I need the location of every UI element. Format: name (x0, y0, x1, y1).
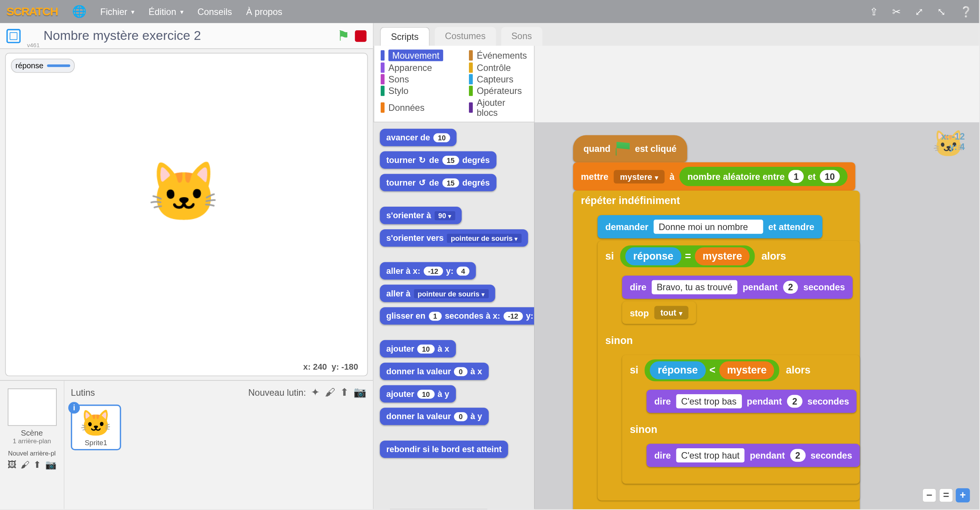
zoom-controls: − = + (922, 488, 970, 502)
editor-tabs: Scripts Costumes Sons (373, 23, 979, 46)
scissors-icon[interactable]: ✂ (892, 5, 901, 18)
reporter-random[interactable]: nombre aléatoire entre1et10 (680, 167, 848, 186)
sprite-upload-icon[interactable]: ⬆ (340, 386, 349, 398)
sprite-thumbnail-sprite1[interactable]: i 🐱 Sprite1 (71, 405, 121, 450)
green-flag-icon (616, 142, 630, 156)
block-if-else-eq[interactable]: si réponse = mystere alors (598, 241, 860, 500)
palette-block-point-towards[interactable]: s'orienter verspointeur de souris (380, 229, 528, 247)
palette-block-change-y[interactable]: ajouter10à y (380, 385, 456, 403)
cat-sensing[interactable]: Capteurs (477, 74, 513, 84)
block-say-low[interactable]: direC'est trop baspendant2secondes (647, 390, 857, 413)
stage-thumbnail[interactable] (7, 388, 56, 426)
palette-block-point-dir[interactable]: s'orienter à90 (380, 207, 462, 224)
block-set-variable[interactable]: mettremystereà nombre aléatoire entre1et… (573, 162, 855, 191)
cat-motion[interactable]: Mouvement (388, 49, 443, 61)
block-when-flag-clicked[interactable]: quandest cliqué (573, 135, 687, 163)
cat-operators[interactable]: Opérateurs (477, 86, 522, 96)
help-icon[interactable]: ❔ (960, 5, 973, 18)
shrink-icon[interactable]: ⤡ (937, 5, 945, 18)
palette-block-set-x[interactable]: donner la valeur0à x (380, 363, 488, 380)
palette-block-change-x[interactable]: ajouter10à x (380, 340, 456, 357)
project-title: Nombre mystère exercice 2 (43, 28, 337, 43)
block-category-selector: Mouvement Événements Apparence Contrôle … (373, 46, 534, 122)
stage-coords: x: 240 y: -180 (303, 362, 358, 372)
stage-thumbnail-column: Scène 1 arrière-plan Nouvel arrière-pl 🖼… (0, 381, 64, 509)
zoom-in-button[interactable]: + (956, 488, 970, 502)
cat-control[interactable]: Contrôle (477, 63, 511, 73)
reporter-answer[interactable]: réponse (626, 247, 681, 265)
green-flag-button[interactable]: ⚑ (337, 27, 350, 44)
backdrop-upload-icon[interactable]: ⬆ (33, 459, 41, 470)
script-stack[interactable]: quandest cliqué mettremystereà nombre al… (573, 135, 860, 509)
palette-block-set-y[interactable]: donner la valeur0à y (380, 408, 488, 425)
block-say-high[interactable]: direC'est trop hautpendant2secondes (647, 444, 860, 467)
scene-label: Scène (3, 428, 61, 438)
edit-menu[interactable]: Édition (149, 7, 183, 17)
version-label: v461 (27, 42, 40, 48)
palette-block-turn-cw[interactable]: tourner↻de15degrés (380, 151, 496, 169)
sprite-library-icon[interactable]: ✦ (311, 386, 319, 398)
zoom-out-button[interactable]: − (922, 488, 937, 502)
top-menu-bar: SCRATCH 🌐 Fichier Édition Conseils À pro… (0, 0, 979, 23)
cat-looks[interactable]: Apparence (388, 63, 432, 73)
palette-block-goto-xy[interactable]: aller à x:-12y:4 (380, 262, 476, 280)
palette-block-goto[interactable]: aller àpointeur de souris (380, 285, 495, 302)
tips-menu[interactable]: Conseils (197, 7, 232, 17)
tab-sons[interactable]: Sons (501, 27, 542, 46)
palette-block-move[interactable]: avancer de10 (380, 129, 457, 146)
variable-monitor-reponse[interactable]: réponse (11, 59, 75, 73)
cat-pen[interactable]: Stylo (388, 86, 408, 96)
language-menu[interactable]: 🌐 (72, 5, 86, 19)
about-menu[interactable]: À propos (246, 7, 282, 17)
block-say-ok[interactable]: direBravo, tu as trouvépendant2secondes (622, 276, 853, 299)
sprite-panel: Scène 1 arrière-plan Nouvel arrière-pl 🖼… (0, 380, 373, 509)
sprites-label: Lutins (71, 387, 95, 397)
scratch-logo: SCRATCH (7, 5, 58, 18)
sprite-on-stage[interactable]: 🐱 (148, 163, 220, 221)
cat-events[interactable]: Événements (477, 50, 527, 61)
stage-header: v461 Nombre mystère exercice 2 ⚑ (0, 23, 373, 49)
palette-block-turn-ccw[interactable]: tourner↺de15degrés (380, 174, 496, 191)
sprite-name: Sprite1 (75, 439, 117, 446)
reporter-variable-mystere[interactable]: mystere (695, 247, 750, 265)
mouse-coords: x: -12y: 4 (941, 132, 965, 152)
variable-monitor-value (47, 64, 70, 67)
share-icon[interactable]: ⇪ (870, 5, 878, 18)
file-menu[interactable]: Fichier (100, 7, 135, 17)
stop-button[interactable] (355, 30, 367, 41)
cat-data[interactable]: Données (388, 102, 424, 113)
sprite-paint-icon[interactable]: 🖌 (325, 386, 335, 398)
backdrop-paint-icon[interactable]: 🖌 (21, 459, 30, 470)
sprite-camera-icon[interactable]: 📷 (354, 386, 367, 398)
expand-icon[interactable]: ⤢ (915, 5, 923, 18)
script-canvas[interactable]: 🐱 x: -12y: 4 quandest cliqué mettremyste… (534, 122, 979, 509)
block-palette[interactable]: avancer de10 tourner↻de15degrés tourner↺… (373, 122, 534, 509)
backdrop-camera-icon[interactable]: 📷 (45, 459, 56, 470)
stage-canvas[interactable]: réponse 🐱 x: 240 y: -180 (5, 53, 368, 376)
new-backdrop-label: Nouvel arrière-pl (3, 450, 61, 457)
new-sprite-label: Nouveau lutin: (248, 387, 306, 397)
variable-monitor-name: réponse (15, 61, 43, 71)
block-ask[interactable]: demanderDonne moi un nombreet attendre (598, 215, 822, 238)
block-if-else-lt[interactable]: si réponse < mystere alors (622, 355, 860, 484)
cat-moreblocks[interactable]: Ajouter blocs (477, 97, 528, 118)
cat-sound[interactable]: Sons (388, 74, 409, 84)
scene-backdrop-count: 1 arrière-plan (3, 438, 61, 444)
sprite-info-button[interactable]: i (68, 402, 80, 413)
tab-scripts[interactable]: Scripts (380, 27, 429, 46)
tab-costumes[interactable]: Costumes (435, 27, 496, 46)
zoom-reset-button[interactable]: = (939, 488, 953, 502)
backdrop-library-icon[interactable]: 🖼 (8, 459, 17, 470)
stage-view-icon[interactable] (7, 29, 21, 43)
palette-block-glide[interactable]: glisser en1secondes à x:-12y: (380, 307, 534, 324)
block-stop[interactable]: stoptout (622, 301, 696, 324)
block-forever[interactable]: répéter indéfiniment demanderDonne moi u… (573, 191, 860, 509)
palette-block-bounce[interactable]: rebondir si le bord est atteint (380, 441, 508, 458)
